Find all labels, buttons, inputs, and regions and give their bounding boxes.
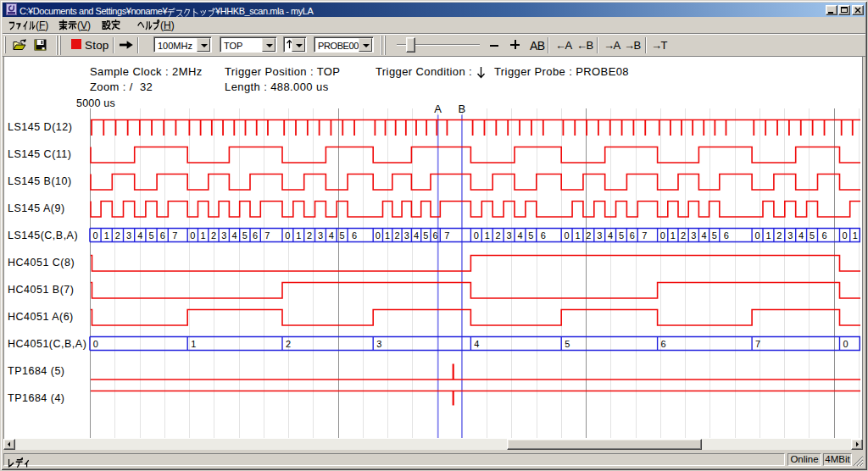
svg-text:6: 6: [160, 230, 165, 241]
svg-text:4: 4: [798, 230, 804, 241]
svg-text:1: 1: [385, 230, 390, 241]
svg-text:4: 4: [517, 230, 522, 241]
svg-text:6: 6: [630, 230, 635, 241]
svg-text:B: B: [459, 103, 466, 115]
svg-text:5: 5: [242, 230, 248, 241]
svg-text:5: 5: [810, 230, 815, 241]
svg-text:Length : 488.000 us: Length : 488.000 us: [225, 80, 329, 93]
svg-text:3: 3: [506, 230, 511, 241]
svg-text:Trigger Probe : PROBE08: Trigger Probe : PROBE08: [494, 65, 629, 78]
svg-text:TP1684 (4): TP1684 (4): [8, 392, 65, 404]
svg-text:LS145 D(12): LS145 D(12): [8, 121, 72, 133]
svg-text:0: 0: [474, 230, 479, 241]
svg-text:5: 5: [712, 230, 717, 241]
svg-text:Trigger Condition :: Trigger Condition :: [376, 65, 472, 78]
svg-text:2: 2: [681, 230, 686, 241]
svg-text:1: 1: [575, 230, 580, 241]
svg-text:5: 5: [619, 230, 624, 241]
svg-text:Sample Clock : 2MHz: Sample Clock : 2MHz: [90, 65, 203, 78]
svg-text:0: 0: [843, 230, 848, 241]
svg-text:3: 3: [221, 230, 226, 241]
svg-text:7: 7: [264, 230, 270, 241]
svg-text:Zoom : / 32: Zoom : / 32: [90, 80, 153, 93]
svg-text:2: 2: [307, 230, 312, 241]
svg-text:LS145 C(11): LS145 C(11): [8, 148, 71, 160]
svg-text:1: 1: [853, 230, 858, 241]
svg-text:HC4051 B(7): HC4051 B(7): [8, 284, 74, 296]
svg-text:7: 7: [755, 339, 760, 349]
svg-text:5: 5: [565, 339, 570, 349]
svg-text:TP1684 (5): TP1684 (5): [8, 365, 65, 377]
svg-text:A: A: [434, 103, 442, 115]
svg-text:1: 1: [765, 230, 771, 241]
svg-text:2: 2: [211, 230, 216, 241]
svg-text:6: 6: [433, 230, 438, 241]
svg-text:1: 1: [104, 230, 109, 241]
svg-text:4: 4: [474, 339, 479, 349]
svg-text:6: 6: [821, 230, 826, 241]
svg-text:0: 0: [285, 230, 290, 241]
svg-text:4: 4: [414, 230, 419, 241]
svg-text:2: 2: [115, 230, 120, 241]
svg-text:0: 0: [190, 230, 195, 241]
svg-text:3: 3: [404, 230, 409, 241]
svg-text:0: 0: [376, 230, 381, 241]
svg-text:0: 0: [92, 230, 97, 241]
svg-text:1: 1: [201, 230, 206, 241]
svg-text:6: 6: [661, 339, 666, 349]
svg-text:4: 4: [329, 230, 334, 241]
svg-text:2: 2: [776, 230, 782, 241]
svg-text:HC4051(C,B,A): HC4051(C,B,A): [8, 338, 86, 350]
svg-text:LS145(C,B,A): LS145(C,B,A): [8, 230, 78, 241]
svg-text:7: 7: [172, 230, 177, 241]
svg-text:Trigger Position : TOP: Trigger Position : TOP: [225, 65, 340, 78]
svg-text:2: 2: [286, 339, 291, 349]
svg-text:5000 us: 5000 us: [76, 97, 115, 109]
svg-text:0: 0: [754, 230, 760, 241]
svg-text:1: 1: [670, 230, 676, 241]
svg-text:1: 1: [485, 230, 490, 241]
svg-text:0: 0: [843, 339, 848, 349]
svg-text:HC4051 A(6): HC4051 A(6): [8, 311, 74, 323]
svg-text:3: 3: [787, 230, 793, 241]
svg-text:5: 5: [340, 230, 345, 241]
svg-text:3: 3: [597, 230, 602, 241]
svg-text:1: 1: [296, 230, 301, 241]
svg-text:LS145 B(10): LS145 B(10): [8, 175, 72, 187]
svg-text:0: 0: [93, 339, 98, 349]
svg-text:6: 6: [352, 230, 357, 241]
svg-text:5: 5: [148, 230, 153, 241]
svg-text:3: 3: [691, 230, 696, 241]
svg-text:2: 2: [394, 230, 399, 241]
svg-text:7: 7: [642, 230, 647, 241]
svg-text:5: 5: [528, 230, 533, 241]
svg-text:5: 5: [423, 230, 428, 241]
svg-text:4: 4: [137, 230, 142, 241]
svg-text:3: 3: [126, 230, 131, 241]
svg-text:LS145 A(9): LS145 A(9): [8, 202, 65, 214]
svg-text:6: 6: [253, 230, 258, 241]
svg-text:6: 6: [541, 230, 546, 241]
svg-text:1: 1: [191, 339, 196, 349]
svg-text:7: 7: [444, 230, 449, 241]
svg-text:0: 0: [660, 230, 665, 241]
svg-text:4: 4: [608, 230, 613, 241]
svg-text:3: 3: [318, 230, 323, 241]
svg-text:2: 2: [496, 230, 501, 241]
svg-text:6: 6: [724, 230, 729, 241]
svg-text:HC4051 C(8): HC4051 C(8): [8, 257, 75, 269]
svg-text:2: 2: [586, 230, 591, 241]
svg-text:4: 4: [701, 230, 706, 241]
svg-text:4: 4: [231, 230, 236, 241]
svg-text:3: 3: [376, 339, 381, 349]
svg-text:0: 0: [565, 230, 570, 241]
